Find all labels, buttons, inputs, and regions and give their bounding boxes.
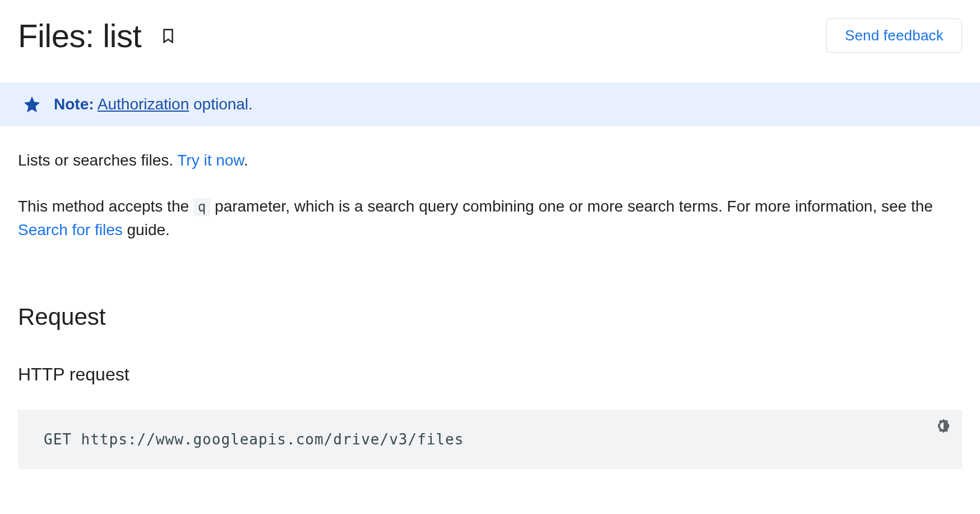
intro-p2-b: parameter, which is a search query combi… (210, 198, 933, 215)
http-request-code-block: GET https://www.googleapis.com/drive/v3/… (18, 410, 962, 469)
intro-paragraph-1: Lists or searches files. Try it now. (18, 149, 962, 172)
page-title: Files: list (18, 17, 141, 54)
intro-p1-suffix: . (244, 152, 248, 169)
try-it-now-link[interactable]: Try it now (177, 152, 244, 169)
intro-p1-prefix: Lists or searches files. (18, 152, 177, 169)
bookmark-icon[interactable] (156, 24, 181, 48)
note-banner: Note: Authorization optional. (0, 82, 980, 126)
page-header: Files: list Send feedback (0, 0, 980, 60)
q-param-code: q (193, 198, 210, 216)
note-label: Note: (54, 95, 94, 113)
authorization-link[interactable]: Authorization (98, 95, 189, 113)
note-trailing: optional. (189, 95, 253, 113)
star-icon (22, 95, 41, 114)
title-wrap: Files: list (18, 17, 181, 54)
note-text: Note: Authorization optional. (54, 95, 253, 113)
http-request-heading: HTTP request (18, 364, 962, 385)
request-heading: Request (18, 304, 962, 331)
intro-paragraph-2: This method accepts the q parameter, whi… (18, 195, 962, 242)
intro-p2-a: This method accepts the (18, 198, 193, 215)
search-for-files-link[interactable]: Search for files (18, 221, 123, 238)
send-feedback-button[interactable]: Send feedback (826, 19, 962, 53)
http-request-code: GET https://www.googleapis.com/drive/v3/… (44, 431, 464, 448)
intro-p2-c: guide. (123, 221, 170, 238)
brightness-icon[interactable] (935, 417, 952, 434)
